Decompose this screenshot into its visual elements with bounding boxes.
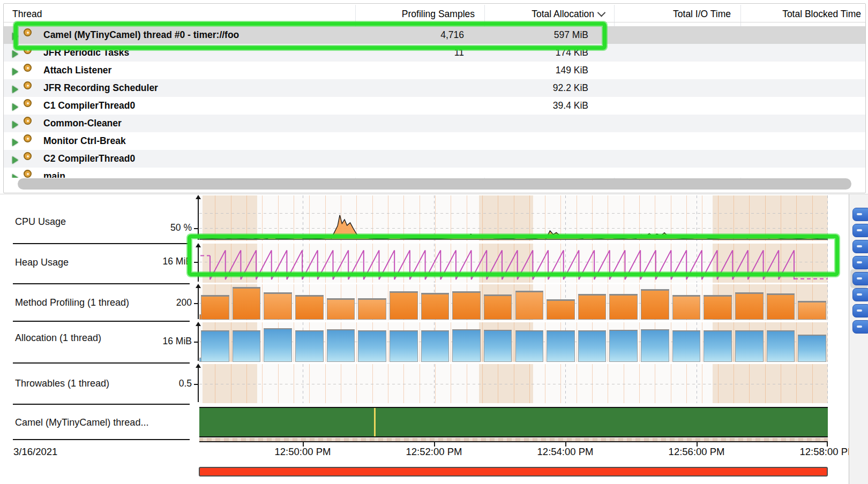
method-bar[interactable] xyxy=(295,295,324,320)
method-bar[interactable] xyxy=(767,293,795,320)
tree-expand-icon[interactable] xyxy=(12,156,18,164)
tick-gridline xyxy=(199,342,828,342)
thread-gear-icon xyxy=(24,152,32,160)
gc-gridline xyxy=(514,284,514,320)
gc-gridline xyxy=(608,322,608,362)
method-bar[interactable] xyxy=(735,292,764,320)
cell-blocked xyxy=(740,26,863,44)
lane-control-button-7[interactable] xyxy=(852,320,868,334)
allocation-bar[interactable] xyxy=(390,330,418,362)
method-bar[interactable] xyxy=(641,289,669,320)
lane-control-button-6[interactable] xyxy=(852,304,868,317)
method-bar[interactable] xyxy=(201,295,229,320)
method-bar[interactable] xyxy=(515,291,544,320)
gc-gridline xyxy=(608,284,608,320)
method-bar[interactable] xyxy=(233,287,261,320)
method-bar[interactable] xyxy=(327,298,355,320)
method-bar[interactable] xyxy=(452,291,481,320)
lane-label-heap: Heap Usage xyxy=(15,257,69,268)
table-horizontal-scrollbar[interactable] xyxy=(18,178,851,190)
lane-control-button-2[interactable] xyxy=(852,240,868,253)
method-bar[interactable] xyxy=(704,295,732,320)
gc-gridline xyxy=(577,322,577,362)
tree-expand-icon[interactable] xyxy=(12,86,18,93)
thread-name: main xyxy=(43,168,65,178)
method-bar[interactable] xyxy=(609,294,638,320)
method-bar[interactable] xyxy=(672,295,701,320)
method-bar[interactable] xyxy=(484,294,512,320)
tree-expand-icon[interactable] xyxy=(12,68,18,75)
tree-expand-icon[interactable] xyxy=(12,174,18,178)
column-header-profiling-samples[interactable]: Profiling Samples xyxy=(352,6,475,22)
thread-row-4[interactable]: C1 CompilerThread039.4 KiB xyxy=(4,97,865,115)
allocation-bar[interactable] xyxy=(233,330,261,362)
plot-method[interactable] xyxy=(199,284,828,320)
allocation-bar[interactable] xyxy=(421,330,450,362)
allocation-bar[interactable] xyxy=(295,330,324,362)
column-header-total-allocation[interactable]: Total Allocation xyxy=(481,6,604,22)
method-bar[interactable] xyxy=(798,301,826,320)
allocation-bar[interactable] xyxy=(327,329,355,362)
lane-axis-cpu xyxy=(198,199,199,240)
thread-row-6[interactable]: Monitor Ctrl-Break xyxy=(4,132,865,150)
method-bar[interactable] xyxy=(421,293,450,320)
allocation-bar[interactable] xyxy=(767,330,795,362)
allocation-bar[interactable] xyxy=(735,330,764,362)
time-label: 12:52:00 PM xyxy=(388,446,480,458)
tick-gridline xyxy=(199,303,828,304)
lane-label-alloc: Allocation (1 thread) xyxy=(15,332,101,344)
column-header-total-i-o-time[interactable]: Total I/O Time xyxy=(611,6,731,22)
method-bar[interactable] xyxy=(578,294,607,320)
tree-expand-icon[interactable] xyxy=(12,50,18,58)
thread-lifeline-bar[interactable] xyxy=(199,407,828,437)
method-bar[interactable] xyxy=(547,299,575,320)
allocation-bar[interactable] xyxy=(609,330,638,362)
gc-gridline xyxy=(420,284,420,320)
thread-row-2[interactable]: Attach Listener149 KiB xyxy=(4,62,865,79)
thread-name: C1 CompilerThread0 xyxy=(43,97,135,115)
allocation-bar[interactable] xyxy=(798,335,826,362)
tree-expand-icon[interactable] xyxy=(12,139,18,146)
cell-allocation xyxy=(484,150,588,168)
allocation-bar[interactable] xyxy=(578,330,607,362)
allocation-bar[interactable] xyxy=(484,330,512,362)
cell-allocation: 149 KiB xyxy=(484,62,588,79)
thread-row-3[interactable]: JFR Recording Scheduler92.2 KiB xyxy=(4,79,865,97)
lane-tick-value-method: 200 xyxy=(133,297,192,308)
plot-throw[interactable] xyxy=(199,364,828,403)
range-selector-bar[interactable] xyxy=(199,467,828,477)
plot-alloc[interactable] xyxy=(199,322,828,362)
allocation-bar[interactable] xyxy=(452,329,481,362)
tree-expand-icon[interactable] xyxy=(12,103,18,111)
allocation-bar[interactable] xyxy=(201,330,229,362)
thread-row-5[interactable]: Common-Cleaner xyxy=(4,115,865,132)
thread-row-7[interactable]: C2 CompilerThread0 xyxy=(4,150,865,168)
allocation-bar[interactable] xyxy=(264,328,292,362)
cell-blocked xyxy=(740,79,863,97)
method-bar[interactable] xyxy=(358,298,386,320)
allocation-bar[interactable] xyxy=(547,330,575,362)
allocation-bar[interactable] xyxy=(358,330,386,362)
allocation-bar[interactable] xyxy=(515,330,544,362)
gc-gridline xyxy=(702,284,702,320)
allocation-bar[interactable] xyxy=(704,330,732,362)
allocation-bar[interactable] xyxy=(641,329,669,362)
tree-expand-icon[interactable] xyxy=(12,121,18,128)
thread-row-8[interactable]: main xyxy=(4,168,865,178)
cell-allocation xyxy=(484,132,588,150)
column-header-total-blocked-time[interactable]: Total Blocked Time xyxy=(737,6,861,22)
method-bar[interactable] xyxy=(390,291,418,320)
gc-gridline xyxy=(231,284,231,320)
cell-io xyxy=(614,44,733,62)
lane-control-button-5[interactable] xyxy=(852,288,868,301)
column-header-thread[interactable]: Thread xyxy=(12,6,42,22)
cell-samples xyxy=(355,79,464,97)
lane-control-button-1[interactable] xyxy=(852,224,868,237)
lane-control-button-4[interactable] xyxy=(852,272,868,285)
lane-axis-tick-alloc xyxy=(194,342,198,343)
allocation-bar[interactable] xyxy=(672,330,701,362)
lane-divider-0 xyxy=(13,243,190,244)
lane-control-button-0[interactable] xyxy=(852,208,868,221)
lane-control-button-3[interactable] xyxy=(852,256,868,269)
method-bar[interactable] xyxy=(264,292,292,320)
